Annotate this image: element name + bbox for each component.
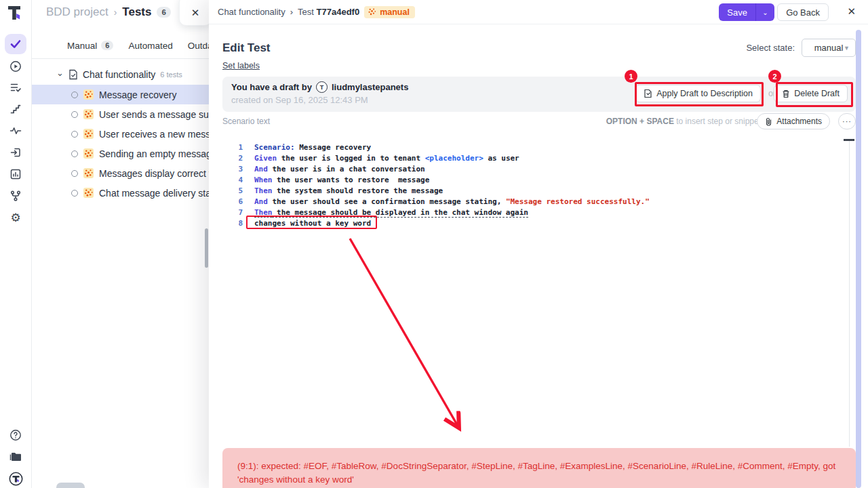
left-rail: ⚙ — [0, 0, 32, 488]
tests-count-badge: 6 — [157, 7, 170, 18]
edit-test-title-row: Edit Test Select state: manual ▼ — [222, 39, 856, 57]
code-line[interactable]: Given the user is logged in to tenant <p… — [254, 154, 519, 163]
nav-steps-icon[interactable] — [5, 99, 26, 119]
author-avatar: T — [316, 81, 328, 93]
docs-folder-icon[interactable] — [5, 447, 26, 467]
line-number: 8 — [222, 219, 243, 228]
tests-page-background: BDD project › Tests 6 Manual 6 Automated… — [32, 0, 209, 488]
delete-draft-button[interactable]: Delete Draft — [774, 85, 848, 102]
tree-item-test[interactable]: User sends a message succe — [32, 104, 209, 124]
code-row[interactable]: 2Given the user is logged in to tenant <… — [222, 152, 849, 163]
save-button[interactable]: Save — [719, 3, 755, 21]
tab-manual-label: Manual — [67, 41, 97, 51]
more-options-button[interactable]: ··· — [838, 113, 856, 129]
attachments-label: Attachments — [776, 117, 822, 126]
test-title: User receives a new messag — [99, 129, 209, 140]
manual-test-icon — [83, 129, 94, 139]
profile-avatar[interactable] — [5, 468, 26, 488]
tree-folder-chat-functionality[interactable]: ⌄ Chat functionality 6 tests — [32, 64, 209, 85]
breadcrumb-current: Tests — [122, 5, 151, 19]
scenario-editor[interactable]: 1Scenario: Message recovery2Given the us… — [222, 142, 849, 228]
manual-state-badge-label: manual — [380, 7, 410, 17]
ellipsis-icon: ··· — [842, 117, 852, 125]
line-number: 2 — [222, 154, 243, 163]
modal-breadcrumb-folder[interactable]: Chat functionality — [218, 7, 285, 17]
modal-breadcrumb-separator: › — [290, 7, 293, 17]
tree-item-test[interactable]: Message recovery — [32, 85, 209, 104]
gear-icon: ⚙ — [10, 212, 20, 224]
app-logo[interactable] — [5, 4, 23, 22]
apply-doc-icon — [644, 89, 652, 98]
apply-draft-button[interactable]: Apply Draft to Description — [635, 85, 761, 102]
suite-doc-icon — [68, 69, 78, 80]
modal-scrollbar[interactable] — [856, 30, 861, 488]
code-row[interactable]: 6And the user should see a confirmation … — [222, 196, 849, 207]
tree-item-test[interactable]: User receives a new messag — [32, 124, 209, 144]
test-tree-items: Message recoveryUser sends a message suc… — [32, 85, 209, 203]
code-line[interactable]: When the user wants to restore message — [254, 176, 429, 184]
test-id: T77a4edf0 — [317, 7, 360, 17]
code-line[interactable]: And the user should see a confirmation m… — [254, 197, 650, 206]
code-row[interactable]: 3And the user is in a chat conversation — [222, 163, 849, 174]
test-status-circle — [71, 92, 78, 98]
nav-reports-icon[interactable] — [5, 164, 26, 184]
tree-item-test[interactable]: Sending an empty message — [32, 144, 209, 163]
save-options-caret[interactable]: ⌄ — [755, 3, 774, 21]
code-line[interactable]: Then the system should restore the messa… — [254, 186, 443, 195]
code-row[interactable]: 5Then the system should restore the mess… — [222, 185, 849, 196]
draft-banner: You have a draft by T liudmylastepanets … — [222, 77, 856, 112]
nav-activity-icon[interactable] — [5, 121, 26, 141]
code-line[interactable]: Scenario: Message recovery — [254, 143, 371, 152]
save-split-button: Save ⌄ — [719, 3, 774, 21]
nav-plans-icon[interactable] — [5, 77, 26, 98]
code-row[interactable]: 4When the user wants to restore message — [222, 174, 849, 185]
editor-scroll-thumb[interactable] — [844, 139, 854, 141]
manual-test-icon — [368, 7, 376, 16]
code-row[interactable]: 1Scenario: Message recovery — [222, 142, 849, 152]
chevron-down-icon[interactable]: ⌄ — [56, 71, 64, 76]
test-title: Chat message delivery statu — [99, 188, 209, 199]
tree-folder-label: Chat functionality — [83, 69, 155, 80]
tab-automated-label: Automated — [128, 41, 172, 51]
tree-item-test[interactable]: Messages display correct tim — [32, 163, 209, 183]
test-status-circle — [71, 170, 78, 177]
tab-automated[interactable]: Automated — [128, 41, 172, 51]
tree-item-test[interactable]: Chat message delivery statu — [32, 183, 209, 203]
bottom-tooltip-stub — [56, 483, 85, 488]
modal-header: Chat functionality › Test T77a4edf0 manu… — [209, 0, 868, 24]
nav-runs-icon[interactable] — [5, 56, 26, 77]
draft-created-line: created on Sep 16, 2025 12:43 PM — [231, 95, 368, 105]
select-state-label: Select state: — [746, 43, 795, 53]
state-dropdown[interactable]: manual ▼ — [802, 39, 856, 57]
panel-close-button[interactable]: ✕ — [179, 0, 212, 26]
code-row[interactable]: 7Then the message should be displayed in… — [222, 207, 849, 218]
go-back-button[interactable]: Go Back — [777, 3, 829, 21]
line-number: 3 — [222, 165, 243, 174]
logo-icon — [5, 4, 23, 22]
delete-draft-label: Delete Draft — [794, 89, 840, 98]
tab-outdated[interactable]: Outdated — [188, 41, 209, 51]
page-title: Edit Test — [222, 41, 271, 55]
nav-import-icon[interactable] — [5, 142, 26, 163]
tree-scrollbar-thumb[interactable] — [205, 228, 208, 268]
nav-branches-icon[interactable] — [5, 186, 26, 206]
code-row[interactable]: 8changes without a key word — [222, 218, 849, 228]
code-line[interactable]: Then the message should be displayed in … — [254, 208, 528, 217]
test-status-circle — [71, 190, 78, 197]
paperclip-icon — [765, 117, 772, 126]
editor-scroll-track — [849, 140, 850, 447]
breadcrumb-project[interactable]: BDD project — [46, 5, 108, 19]
code-line[interactable]: changes without a key word — [254, 219, 371, 228]
test-title: Message recovery — [99, 89, 176, 100]
attachments-button[interactable]: Attachments — [757, 113, 830, 129]
breadcrumb-separator: › — [114, 7, 117, 18]
line-number: 1 — [222, 143, 243, 152]
nav-tests-icon[interactable] — [5, 34, 26, 54]
modal-close-icon[interactable]: ✕ — [847, 5, 856, 18]
help-button[interactable] — [5, 425, 26, 445]
code-line[interactable]: And the user is in a chat conversation — [254, 165, 425, 174]
tab-manual[interactable]: Manual 6 — [67, 41, 113, 51]
error-line-2: 'changes without a key word' — [237, 474, 354, 485]
set-labels-link[interactable]: Set labels — [222, 61, 260, 70]
nav-settings-icon[interactable]: ⚙ — [5, 207, 26, 228]
